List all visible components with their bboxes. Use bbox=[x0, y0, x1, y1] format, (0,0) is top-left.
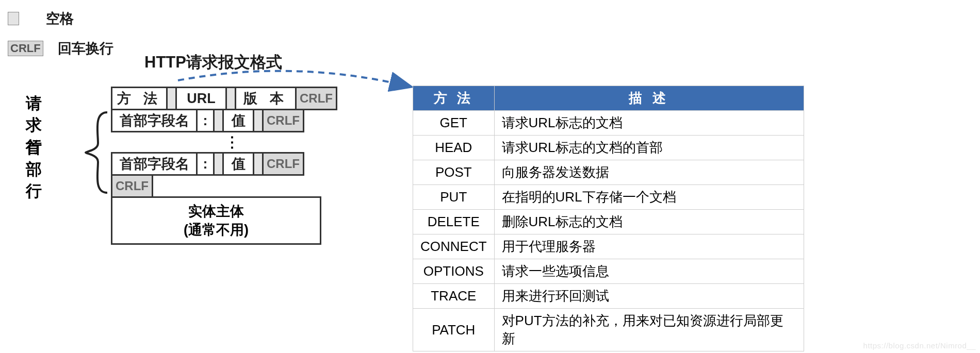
table-row: GET请求URL标志的文档 bbox=[413, 111, 804, 136]
table-body: GET请求URL标志的文档 HEAD请求URL标志的文档的首部 POST向服务器… bbox=[413, 111, 804, 351]
body-line1: 实体主体 bbox=[112, 202, 320, 221]
td-method: DELETE bbox=[413, 210, 495, 234]
cell-version: 版 本 bbox=[235, 87, 297, 110]
table-row: DELETE删除URL标志的文档 bbox=[413, 210, 804, 234]
table-row: HEAD请求URL标志的文档的首部 bbox=[413, 136, 804, 160]
td-method: TRACE bbox=[413, 284, 495, 309]
watermark: https://blog.csdn.net/Nimrod__ bbox=[863, 341, 976, 350]
vertical-ellipsis-icon: ⋮ bbox=[132, 132, 337, 152]
td-method: PATCH bbox=[413, 309, 495, 351]
td-desc: 删除URL标志的文档 bbox=[494, 210, 804, 234]
crlf-box-icon: CRLF bbox=[8, 41, 43, 56]
table-row: TRACE用来进行环回测试 bbox=[413, 284, 804, 309]
space-box-icon bbox=[8, 12, 19, 25]
cell-method: 方 法 bbox=[111, 87, 168, 110]
td-method: HEAD bbox=[413, 136, 495, 160]
label-header-line: 首部行 bbox=[26, 137, 42, 202]
header-row-2: 首部字段名 : 值 CRLF bbox=[111, 152, 337, 176]
td-method: PUT bbox=[413, 185, 495, 210]
http-methods-table: 方 法 描 述 GET请求URL标志的文档 HEAD请求URL标志的文档的首部 … bbox=[413, 86, 804, 351]
table-header-row: 方 法 描 述 bbox=[413, 86, 804, 111]
td-method: GET bbox=[413, 111, 495, 136]
cell-crlf: CRLF bbox=[262, 152, 304, 176]
cell-crlf: CRLF bbox=[295, 87, 337, 110]
td-method: POST bbox=[413, 160, 495, 185]
header-row-1: 首部字段名 : 值 CRLF bbox=[111, 109, 337, 132]
legend-crlf-label: 回车换行 bbox=[58, 39, 113, 58]
th-method: 方 法 bbox=[413, 86, 495, 111]
cell-colon: : bbox=[196, 152, 215, 176]
cells-area: 方 法 URL 版 本 CRLF 首部字段名 : 值 CRLF ⋮ 首部字段名 … bbox=[111, 87, 337, 245]
table-row: PATCH对PUT方法的补充，用来对已知资源进行局部更新 bbox=[413, 309, 804, 351]
td-method: OPTIONS bbox=[413, 259, 495, 284]
cell-header-field: 首部字段名 bbox=[111, 152, 198, 176]
table-row: CONNECT用于代理服务器 bbox=[413, 234, 804, 259]
legend-crlf-row: CRLF 回车换行 bbox=[8, 39, 113, 58]
td-desc: 请求一些选项信息 bbox=[494, 259, 804, 284]
crlf-terminator-row: CRLF bbox=[111, 174, 153, 198]
cell-header-value: 值 bbox=[222, 109, 254, 132]
td-desc: 请求URL标志的文档的首部 bbox=[494, 136, 804, 160]
cell-header-field: 首部字段名 bbox=[111, 109, 198, 132]
entity-body-box: 实体主体 (通常不用) bbox=[111, 196, 321, 245]
request-line-row: 方 法 URL 版 本 CRLF bbox=[111, 87, 337, 110]
body-line2: (通常不用) bbox=[112, 221, 320, 239]
td-desc: 请求URL标志的文档 bbox=[494, 111, 804, 136]
legend-space-row: 空格 bbox=[8, 9, 113, 28]
legend-space-label: 空格 bbox=[46, 9, 74, 28]
legend: 空格 CRLF 回车换行 bbox=[8, 9, 113, 69]
table-row: POST向服务器发送数据 bbox=[413, 160, 804, 185]
cell-crlf: CRLF bbox=[262, 109, 304, 132]
th-desc: 描 述 bbox=[494, 86, 804, 111]
td-desc: 用来进行环回测试 bbox=[494, 284, 804, 309]
td-desc: 向服务器发送数据 bbox=[494, 160, 804, 185]
td-desc: 在指明的URL下存储一个文档 bbox=[494, 185, 804, 210]
table-row: OPTIONS请求一些选项信息 bbox=[413, 259, 804, 284]
td-desc: 对PUT方法的补充，用来对已知资源进行局部更新 bbox=[494, 309, 804, 351]
td-desc: 用于代理服务器 bbox=[494, 234, 804, 259]
cell-url: URL bbox=[175, 87, 227, 110]
td-method: CONNECT bbox=[413, 234, 495, 259]
curly-brace-icon bbox=[83, 111, 113, 194]
cell-crlf: CRLF bbox=[111, 174, 153, 198]
cell-header-value: 值 bbox=[222, 152, 254, 176]
cell-colon: : bbox=[196, 109, 215, 132]
table-row: PUT在指明的URL下存储一个文档 bbox=[413, 185, 804, 210]
